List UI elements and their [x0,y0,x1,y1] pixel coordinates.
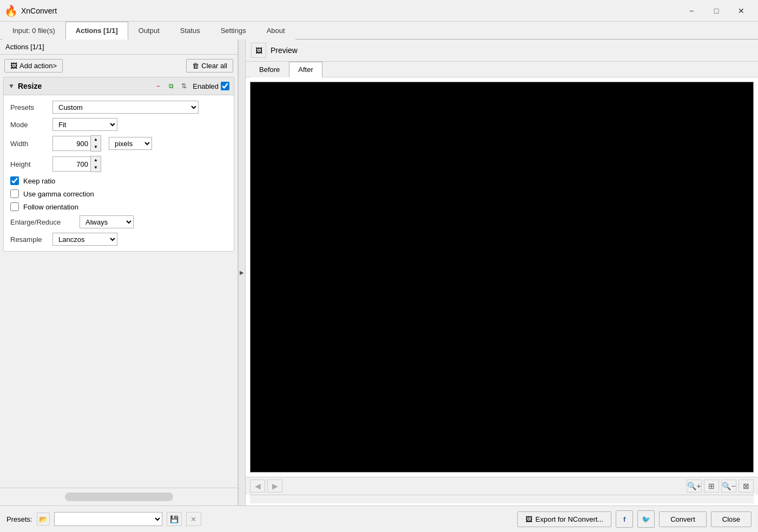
enlarge-reduce-select[interactable]: Always Reduce only Enlarge only [80,215,134,228]
preview-horizontal-scrollbar[interactable] [250,495,754,503]
tab-about[interactable]: About [256,22,295,40]
zoom-reset-button[interactable]: ⊠ [739,480,754,492]
presets-label: Presets: [6,515,32,523]
keep-ratio-label: Keep ratio [23,177,55,185]
keep-ratio-row: Keep ratio [10,176,227,185]
height-down-button[interactable]: ▼ [91,164,101,172]
use-gamma-checkbox[interactable] [10,189,19,198]
collapse-toggle[interactable]: ▼ [8,82,15,90]
tab-output[interactable]: Output [128,22,170,40]
navigate-back-button[interactable]: ◀ [250,480,265,492]
delete-icon: ✕ [190,515,196,523]
width-down-button[interactable]: ▼ [91,143,101,151]
preview-header: 🖼 Preview [246,40,758,62]
height-label: Height [10,160,48,168]
export-button[interactable]: 🖼 Export for NConvert... [517,511,612,527]
left-horizontal-scrollbar[interactable] [65,492,173,501]
resize-title: Resize [18,82,149,90]
maximize-button[interactable]: □ [704,2,729,19]
duplicate-action-button[interactable]: ⧉ [166,81,176,91]
preview-image-button[interactable]: 🖼 [251,43,266,58]
enabled-area: Enabled [193,82,229,90]
add-action-label: Add action> [19,62,57,70]
resample-row: Resample Lanczos Bicubic Bilinear Neares… [10,233,227,246]
enabled-checkbox[interactable] [221,82,229,90]
move-action-button[interactable]: ⇅ [179,81,189,91]
app-icon: 🔥 [4,4,18,17]
use-gamma-row: Use gamma correction [10,189,227,198]
remove-action-button[interactable]: − [153,81,163,91]
main-content: Actions [1/1] 🖼 Add action> 🗑 Clear all … [0,40,758,505]
preview-toolbar: ◀ ▶ 🔍+ ⊞ 🔍− ⊠ [246,477,758,495]
splitter-arrow: ▶ [240,270,244,275]
zoom-in-button[interactable]: 🔍+ [687,480,702,492]
resample-select[interactable]: Lanczos Bicubic Bilinear Nearest [52,233,117,246]
resize-action-header: ▼ Resize − ⧉ ⇅ Enabled [4,77,234,95]
navigate-forward-button[interactable]: ▶ [267,480,282,492]
folder-icon: 📂 [39,515,48,523]
presets-save-button[interactable]: 💾 [167,512,182,526]
actions-header: Actions [1/1] [0,40,238,55]
add-action-button[interactable]: 🖼 Add action> [4,59,63,73]
mode-row: Mode Fit Stretch Crop Pad [10,118,227,131]
height-up-button[interactable]: ▲ [91,156,101,164]
height-spinner: ▲ ▼ [52,156,101,172]
export-label: Export for NConvert... [536,515,604,523]
tab-bar: Input: 0 file(s) Actions [1/1] Output St… [0,22,758,40]
presets-select[interactable]: Custom [52,101,199,114]
follow-orientation-label: Follow orientation [23,203,78,211]
panel-splitter[interactable]: ▶ [238,40,246,505]
twitter-button[interactable]: 🐦 [637,510,655,528]
preview-tab-before[interactable]: Before [250,62,289,77]
width-spinner: ▲ ▼ [52,135,101,152]
close-window-button[interactable]: ✕ [729,2,754,19]
width-spinner-buttons: ▲ ▼ [90,135,101,152]
zoom-out-button[interactable]: 🔍− [721,480,736,492]
width-label: Width [10,140,48,148]
preview-tabs: Before After [246,62,758,77]
zoom-fit-button[interactable]: ⊞ [704,480,719,492]
tab-actions[interactable]: Actions [1/1] [65,22,128,40]
tab-status[interactable]: Status [170,22,210,40]
mode-select[interactable]: Fit Stretch Crop Pad [52,118,117,131]
action-icons: − ⧉ ⇅ [153,81,189,91]
height-row: Height ▲ ▼ [10,156,227,172]
resize-action-body: Presets Custom Mode Fit Stretch Crop Pad [4,95,234,251]
tab-settings[interactable]: Settings [210,22,256,40]
preview-canvas [250,82,754,472]
preview-tab-after[interactable]: After [289,62,322,77]
convert-button[interactable]: Convert [659,511,707,527]
save-icon: 💾 [170,515,179,523]
facebook-button[interactable]: f [616,510,633,528]
actions-toolbar: 🖼 Add action> 🗑 Clear all [0,55,238,77]
close-button[interactable]: Close [711,511,752,527]
width-input[interactable] [52,136,90,151]
left-panel: Actions [1/1] 🖼 Add action> 🗑 Clear all … [0,40,238,505]
title-bar: 🔥 XnConvert − □ ✕ [0,0,758,22]
width-row: Width ▲ ▼ pixels percent cm mm inch [10,135,227,152]
enabled-label: Enabled [193,82,219,90]
window-controls: − □ ✕ [679,2,754,19]
right-panel: 🖼 Preview Before After ◀ ▶ 🔍+ ⊞ 🔍− ⊠ [246,40,758,505]
unit-select[interactable]: pixels percent cm mm inch [109,137,152,150]
width-up-button[interactable]: ▲ [91,136,101,143]
clear-all-button[interactable]: 🗑 Clear all [186,59,233,73]
follow-orientation-row: Follow orientation [10,202,227,211]
presets-delete-button[interactable]: ✕ [186,512,201,526]
export-icon: 🖼 [525,515,532,523]
keep-ratio-checkbox[interactable] [10,176,19,185]
height-spinner-buttons: ▲ ▼ [90,156,101,172]
tab-input[interactable]: Input: 0 file(s) [2,22,65,40]
presets-folder-button[interactable]: 📂 [37,513,50,526]
facebook-icon: f [623,515,625,523]
use-gamma-label: Use gamma correction [23,190,94,198]
height-input[interactable] [52,156,90,172]
left-scrollbar-area [0,488,238,505]
presets-dropdown[interactable] [54,512,162,526]
presets-label: Presets [10,103,48,111]
resample-label: Resample [10,235,48,244]
twitter-icon: 🐦 [642,515,650,523]
minimize-button[interactable]: − [679,2,704,19]
right-bottom-actions: 🖼 Export for NConvert... f 🐦 Convert Clo… [517,510,752,528]
follow-orientation-checkbox[interactable] [10,202,19,211]
